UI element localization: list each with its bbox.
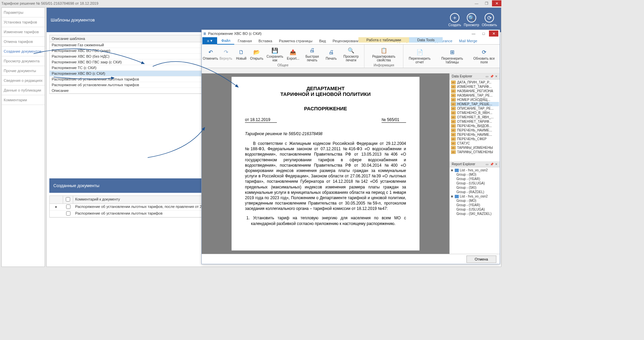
- tree-collapse-icon[interactable]: ▣: [450, 169, 454, 172]
- data-explorer-item[interactable]: abОТМЕНЯЕТ_ТАРИФ...: [450, 119, 499, 124]
- ribbon-context-groups: Работа с таблицами Data Tools: [358, 37, 443, 43]
- titlebar: Тарифное решение № 565/01-2163784698 от …: [0, 0, 503, 7]
- data-explorer-item[interactable]: abТАРИФЫ_ИЗМЕНЕНЫ: [450, 146, 499, 150]
- field-icon: ab: [451, 115, 456, 119]
- doc-titlebar: 🗎 Распоряжение ХВС ВО (с СКИ) — □ ✕: [202, 30, 500, 37]
- report-group-node[interactable]: Group - (SKI_RAZDEL): [450, 212, 499, 216]
- data-explorer-item[interactable]: abПЕРЕЧЕНЬ_СФЕР: [450, 137, 499, 141]
- data-explorer-item[interactable]: abОТМЕНЯЕТ_В_ЯВН_...: [450, 115, 499, 119]
- data-explorer-item[interactable]: abОТМЕНЕНО_В_ЯВН...: [450, 111, 499, 115]
- data-explorer-item[interactable]: abПЕРЕЧЕНЬ_НАИМЕ...: [450, 132, 499, 137]
- data-explorer-item[interactable]: abПЕРЕЧЕНЬ_НАИМЕ...: [450, 128, 499, 132]
- doc-close-button[interactable]: ✕: [489, 31, 498, 37]
- data-explorer-item[interactable]: abНОМЕР ИСХОДЯЩ...: [450, 98, 499, 102]
- panel-float-icon[interactable]: ▭: [486, 75, 489, 78]
- report-group-node[interactable]: Group - (YEAR): [450, 203, 499, 207]
- report-group-node[interactable]: Group - (SKI): [450, 185, 499, 190]
- tree-collapse-icon[interactable]: ▣: [450, 195, 454, 198]
- data-explorer-list[interactable]: abДАТА_ПРИН_ТАР_Р...abИЗМЕНЯЕТ_ТАРИФ...a…: [450, 79, 500, 161]
- list-icon: [455, 195, 459, 198]
- cancel-button[interactable]: Отмена: [466, 256, 496, 263]
- data-explorer-item[interactable]: abНАЗВАНИЕ_РЕГИОНА: [450, 89, 499, 93]
- tab-mailmerge[interactable]: Mail Merge: [456, 38, 481, 44]
- data-explorer-item[interactable]: abОПИСАНИЕ_ТАР_РЕ...: [450, 106, 499, 111]
- ribbon-tabs: ≡▾ Файл Главная Вставка Разметка страниц…: [202, 37, 500, 45]
- data-explorer-item[interactable]: abТАРИФЫ_ОТМЕНЕНЫ: [450, 150, 499, 154]
- minimize-button[interactable]: —: [472, 0, 481, 6]
- quickprint-icon: 🖨: [308, 46, 316, 54]
- refresh-icon: ⟳: [485, 13, 494, 22]
- doc-minimize-button[interactable]: —: [469, 31, 478, 37]
- report-list-node[interactable]: ▣List - hvs_vo_osn2: [450, 194, 499, 199]
- print-button[interactable]: 🖨Печать: [324, 45, 339, 63]
- tab-layout[interactable]: Разметка страницы: [276, 38, 316, 44]
- saveas-button[interactable]: 💾Сохранить как: [265, 45, 285, 63]
- nav-revisions[interactable]: Сведения о редакциях: [2, 76, 45, 86]
- editprops-button[interactable]: 📋Редактировать свойства: [366, 45, 402, 63]
- field-icon: ab: [451, 146, 456, 150]
- create-button[interactable]: ＋ Создать: [448, 13, 461, 27]
- data-explorer-item[interactable]: abИЗМЕНЯЕТ_ТАРИФ...: [450, 84, 499, 89]
- panel-close-icon[interactable]: ✕: [495, 75, 498, 78]
- nav-publication[interactable]: Данные о публикации: [2, 86, 45, 95]
- panel-float-icon[interactable]: ▭: [486, 163, 489, 166]
- field-icon: ab: [451, 85, 456, 89]
- data-explorer-item[interactable]: abНАЗВАНИЕ_ТАР_РЕ...: [450, 93, 499, 98]
- maximize-button[interactable]: ❐: [482, 0, 491, 6]
- report-group-node[interactable]: Group - (YEAR): [450, 177, 499, 181]
- doc-list-item: 1. Установить тариф на тепловую энергию …: [245, 215, 406, 226]
- new-button[interactable]: 🗋Новый: [234, 45, 249, 63]
- nav-install-tariffs[interactable]: Установка тарифов: [2, 17, 45, 27]
- printpreview-button[interactable]: 🔍Просмотр печати: [339, 45, 363, 63]
- file-menu-icon[interactable]: ≡▾: [202, 37, 217, 44]
- doc-footer: Отмена: [202, 254, 500, 264]
- report-group-node[interactable]: Group - (USLUGA): [450, 207, 499, 212]
- panel-close-icon[interactable]: ✕: [495, 163, 498, 166]
- regenreport-button[interactable]: 📄Перегенерить отчет: [405, 45, 434, 67]
- redo-button[interactable]: ↷Вернуть: [218, 45, 233, 63]
- export-button[interactable]: 📤Export...: [286, 45, 300, 63]
- printpreview-icon: 🔍: [347, 46, 355, 54]
- tab-home[interactable]: Главная: [234, 38, 255, 44]
- preview-button[interactable]: 🔍 Просмотр: [464, 13, 479, 27]
- refreshall-button[interactable]: ⟳Обновить все поля: [470, 45, 498, 67]
- report-group-node[interactable]: Group - (MO): [450, 199, 499, 203]
- nav-create-docs[interactable]: Создание документов: [2, 47, 45, 56]
- report-group-node[interactable]: Group - (RAZDEL): [450, 190, 499, 194]
- document-canvas[interactable]: ДЕПАРТАМЕНТ ТАРИФНОЙ И ЦЕНОВОЙ ПОЛИТИКИ …: [202, 73, 449, 254]
- data-explorer-item[interactable]: abПЕРЕЧЕНЬ_ВИДОВ...: [450, 124, 499, 128]
- field-icon: ab: [451, 128, 456, 132]
- data-explorer-item[interactable]: abНОМЕР_ТАР_РЕШЕ...: [450, 102, 499, 106]
- row-checkbox[interactable]: [66, 205, 70, 209]
- doc-maximize-button[interactable]: □: [479, 31, 488, 37]
- nav-comments[interactable]: Комментарии: [2, 95, 45, 105]
- quickprint-button[interactable]: 🖨Быстрая печать: [301, 45, 323, 63]
- panel-pin-icon[interactable]: 📌: [490, 75, 494, 78]
- row-checkbox[interactable]: [66, 211, 70, 216]
- field-icon: ab: [451, 120, 456, 123]
- report-list-node[interactable]: ▣List - hvs_vo_osn2: [450, 168, 499, 172]
- report-group-node[interactable]: Group - (MO): [450, 172, 499, 177]
- report-group-node[interactable]: Group - (USLUGA): [450, 181, 499, 185]
- tab-view[interactable]: Вид: [316, 38, 329, 44]
- nav-params[interactable]: Параметры: [2, 8, 45, 17]
- close-button[interactable]: ✕: [492, 0, 501, 6]
- check-all[interactable]: [66, 197, 70, 202]
- data-explorer-item[interactable]: abСТАТУС: [450, 141, 499, 146]
- data-explorer-item[interactable]: abДАТА_ПРИН_ТАР_Р...: [450, 80, 499, 84]
- nav-other-docs[interactable]: Прочие документы: [2, 66, 45, 76]
- tab-file[interactable]: Файл: [217, 37, 234, 45]
- report-explorer-tree[interactable]: ▣List - hvs_vo_osn2Group - (MO)Group - (…: [450, 167, 500, 254]
- nav-cancel-tariffs[interactable]: Отмена тарифов: [2, 37, 45, 47]
- undo-button[interactable]: ↶Отменить: [203, 45, 218, 63]
- field-icon: ab: [451, 150, 456, 154]
- tab-insert[interactable]: Вставка: [255, 38, 276, 44]
- context-datatools: Data Tools: [409, 37, 443, 43]
- nav-view-doc[interactable]: Просмотр документа: [2, 56, 45, 66]
- regentables-button[interactable]: ⊞Перегенерить таблицы: [435, 45, 469, 67]
- open-button[interactable]: 📂Открыть: [249, 45, 264, 63]
- refresh-button[interactable]: ⟳ Обновить: [482, 13, 497, 27]
- panel-pin-icon[interactable]: 📌: [490, 163, 494, 166]
- document-icon: 🗎: [203, 32, 207, 36]
- nav-change-tariffs[interactable]: Изменение тарифов: [2, 27, 45, 37]
